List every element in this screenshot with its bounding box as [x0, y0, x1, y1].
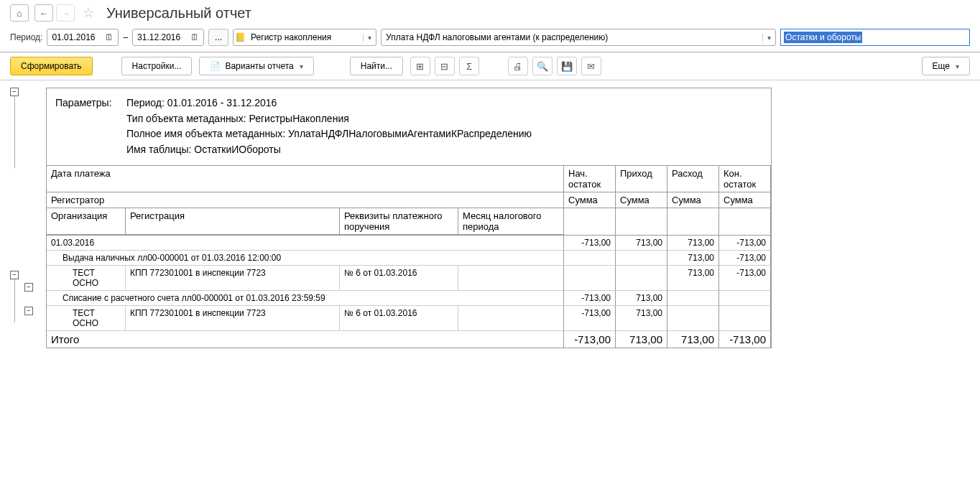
col-req: Реквизиты платежного поручения	[340, 208, 458, 234]
chevron-down-icon: ▾	[300, 62, 303, 70]
col-sum: Сумма	[564, 192, 616, 208]
table-name-input[interactable]: Остатки и обороты	[780, 29, 970, 46]
period-label: Период:	[10, 32, 42, 42]
col-sum: Сумма	[719, 192, 771, 208]
report-params: Параметры: Период: 01.01.2016 - 31.12.20…	[47, 88, 771, 165]
param-period: Период: 01.01.2016 - 31.12.2016	[126, 96, 532, 111]
period-dash: –	[123, 32, 128, 42]
col-month: Месяц налогового периода	[458, 208, 563, 234]
sum-icon[interactable]: Σ	[459, 57, 479, 75]
preview-icon[interactable]: 🔍	[532, 57, 553, 75]
tree-toggle[interactable]: −	[24, 307, 33, 315]
report-variants-button[interactable]: 📄 Варианты отчета ▾	[199, 57, 313, 75]
col-income: Приход	[616, 166, 667, 192]
col-registrator: Регистратор	[47, 192, 564, 208]
favorite-star-icon[interactable]: ☆	[80, 5, 96, 21]
object-combo[interactable]: Уплата НДФЛ налоговыми агентами (к распр…	[381, 29, 776, 46]
tree-toggle[interactable]: −	[24, 283, 33, 292]
report-table: Параметры: Период: 01.01.2016 - 31.12.20…	[46, 88, 772, 348]
period-to[interactable]: 🗓	[132, 29, 204, 46]
params-label: Параметры:	[55, 96, 124, 111]
generate-button[interactable]: Сформировать	[10, 57, 93, 75]
more-button[interactable]: Еще ▾	[922, 57, 970, 75]
chevron-down-icon[interactable]: ▾	[363, 34, 376, 42]
group-row[interactable]: 01.03.2016 -713,00 713,00 713,00 -713,00	[47, 236, 771, 251]
forward-button: →	[56, 4, 75, 22]
page-title: Универсальный отчет	[106, 5, 251, 22]
period-picker-button[interactable]: ...	[208, 29, 228, 46]
col-end: Кон. остаток	[719, 166, 771, 192]
col-sum: Сумма	[616, 192, 667, 208]
chevron-down-icon[interactable]: ▾	[762, 34, 775, 42]
find-button[interactable]: Найти...	[350, 57, 403, 75]
collapse-all-icon[interactable]: ⊟	[435, 57, 455, 75]
save-icon[interactable]: 💾	[557, 57, 577, 75]
period-to-input[interactable]	[137, 32, 188, 42]
doc-row[interactable]: Выдача наличных лл00-000001 от 01.03.201…	[47, 251, 771, 266]
param-type: Тип объекта метаданных: РегистрыНакоплен…	[126, 111, 532, 127]
param-fullname: Полное имя объекта метаданных: УплатаНДФ…	[126, 126, 532, 142]
email-icon[interactable]: ✉	[581, 57, 601, 75]
home-button[interactable]: ⌂	[10, 4, 29, 22]
col-sum: Сумма	[667, 192, 719, 208]
calendar-icon[interactable]: 🗓	[188, 32, 202, 42]
col-begin: Нач. остаток	[564, 166, 616, 192]
detail-row[interactable]: ТЕСТ ОСНО КПП 772301001 в инспекции 7723…	[47, 306, 771, 331]
totals-row: Итого -713,00 713,00 713,00 -713,00	[47, 331, 771, 348]
chevron-down-icon: ▾	[956, 62, 959, 70]
col-reg: Регистрация	[126, 208, 340, 234]
register-type-combo[interactable]: 📒 Регистр накопления ▾	[233, 29, 376, 46]
period-from[interactable]: 🗓	[47, 29, 119, 46]
variants-icon: 📄	[210, 61, 221, 71]
back-button[interactable]: ←	[34, 4, 53, 22]
detail-row[interactable]: ТЕСТ ОСНО КПП 772301001 в инспекции 7723…	[47, 266, 771, 291]
param-table: Имя таблицы: ОстаткиИОбороты	[126, 142, 532, 158]
tree-gutter: − − − −	[10, 88, 46, 348]
calendar-icon[interactable]: 🗓	[102, 32, 116, 42]
register-icon: 📒	[234, 32, 246, 42]
period-from-input[interactable]	[52, 32, 102, 42]
doc-row[interactable]: Списание с расчетного счета лл00-000001 …	[47, 291, 771, 306]
tree-toggle[interactable]: −	[10, 88, 19, 96]
col-date: Дата платежа	[47, 166, 564, 192]
col-expense: Расход	[667, 166, 719, 192]
print-icon[interactable]: 🖨	[508, 57, 528, 75]
col-org: Организация	[47, 208, 126, 234]
expand-all-icon[interactable]: ⊞	[410, 57, 430, 75]
tree-toggle[interactable]: −	[10, 271, 19, 279]
settings-button[interactable]: Настройки...	[121, 57, 193, 75]
